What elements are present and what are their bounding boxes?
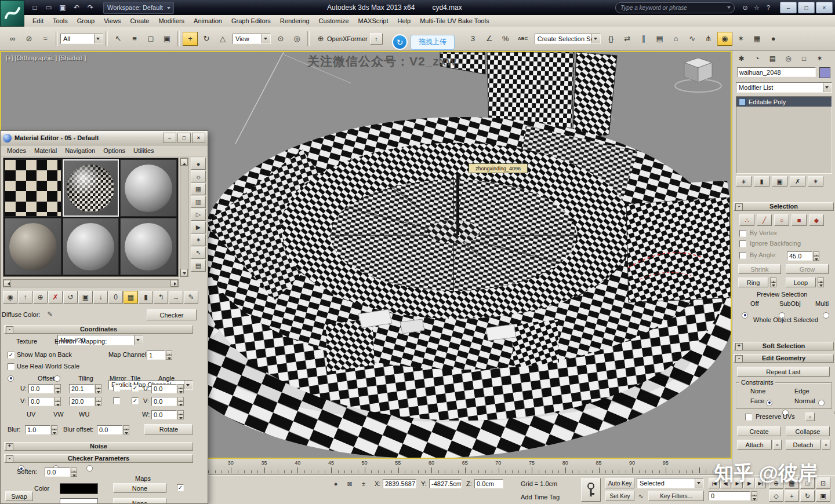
select-and-rotate-icon[interactable]: ↻ [199,32,214,46]
loop-spinner[interactable] [818,277,824,287]
search-input[interactable]: Type a keyword or phrase [615,2,735,13]
show-shaded-in-viewport-icon[interactable]: ▦ [124,291,138,304]
percent-snap-icon[interactable]: % [498,32,513,46]
grow-button[interactable]: Grow [786,264,829,274]
render-setup-icon[interactable]: ✶ [734,32,749,46]
select-object-icon[interactable]: ↖ [111,32,126,46]
material-editor-titlebar[interactable]: Material Editor - 05 - Default –□× [1,131,208,145]
color-dropper-icon[interactable]: ✎ [45,309,55,319]
openxformer-widget[interactable]: ⊕ OpenXFormer ↑ [314,32,383,46]
edit-geometry-rollout-header[interactable]: - Edit Geometry [734,354,834,363]
put-to-library-icon[interactable]: ↓ [93,291,108,304]
texture-radio[interactable] [8,375,14,382]
key-filters-button[interactable]: Key Filters... [648,491,704,501]
sign-in-icon[interactable]: ⊙ [739,2,751,13]
remove-modifier-icon[interactable]: ✗ [790,176,805,187]
open-file-icon[interactable]: ▭ [42,2,55,13]
menu-item[interactable]: Tools [48,17,72,24]
color1-map-button[interactable]: None [113,483,166,493]
bind-to-spacewarp-icon[interactable]: ≈ [38,32,53,46]
selection-rollout-header[interactable]: - Selection [734,202,834,211]
3dsmax-logo-icon[interactable] [0,0,24,27]
configure-modifier-sets-icon[interactable]: ✶ [808,176,823,187]
put-material-to-scene-icon[interactable]: ↑ [18,291,32,304]
menu-item[interactable]: Help [393,17,416,24]
sample-uv-tiling-icon[interactable]: ▥ [191,196,206,208]
swap-button[interactable]: Swap [5,491,33,501]
noise-rollout-header[interactable]: + Noise [4,442,193,451]
modifier-stack[interactable]: Editable Poly [736,96,832,174]
map-channel-field[interactable]: 1 [147,350,172,360]
coordinates-rollout-header[interactable]: - Coordinates [4,325,193,334]
ring-spinner[interactable] [770,277,776,287]
maximize-button[interactable]: □ [798,2,815,13]
constraint-edge-radio[interactable] [818,400,825,406]
v-tiling-field[interactable]: 20.0 [69,397,101,406]
attach-settings-button[interactable]: ▫ [773,440,782,450]
help-icon[interactable]: ? [763,2,774,13]
add-time-tag[interactable]: Add Time Tag [521,494,560,501]
preserve-uvs-settings-button[interactable]: ▫ [805,412,815,421]
align-icon[interactable]: ∥ [636,32,651,46]
blur-field[interactable]: 1.0 [25,425,57,434]
absolute-mode-icon[interactable]: ± [358,479,369,489]
detach-button[interactable]: Detach [786,440,821,450]
rotate-button[interactable]: Rotate [144,424,193,434]
select-and-move-icon[interactable]: + [183,32,198,46]
me-close-button[interactable]: × [192,133,205,143]
me-menu-item[interactable]: Utilities [129,147,158,154]
me-menu-item[interactable]: Navigation [61,147,99,154]
assign-material-to-selection-icon[interactable]: ⊕ [33,291,48,304]
current-frame-field[interactable]: 0 [709,491,757,501]
wu-radio[interactable] [86,465,93,472]
menu-item[interactable]: Animation [189,17,227,24]
edge-subobject-icon[interactable]: ╱ [757,214,772,226]
rollout-collapse-icon[interactable]: - [6,326,13,334]
detach-settings-button[interactable]: ▫ [822,440,830,450]
use-pivot-center-icon[interactable]: ⊙ [273,32,288,46]
menu-item[interactable]: Customize [314,17,354,24]
make-preview-icon[interactable]: ▶ [191,221,206,233]
rollout-expand-icon[interactable]: + [735,343,743,350]
preview-multi-radio[interactable] [823,312,829,319]
go-forward-sibling-icon[interactable]: → [169,291,183,304]
u-mirror-checkbox[interactable] [113,385,120,392]
window-crossing-icon[interactable]: ▣ [159,32,175,46]
unlink-selection-icon[interactable]: ⊘ [21,32,37,46]
v-offset-field[interactable]: 0.0 [28,397,61,406]
pin-stack-icon[interactable]: ∗ [736,176,752,187]
u-angle-field[interactable]: 0.0 [151,384,184,393]
sample-scrollbar-horizontal[interactable] [3,279,179,287]
menu-item[interactable]: Multi-Tile UV Bake Tools [415,17,493,24]
minimize-button[interactable]: – [780,2,797,13]
redo-icon[interactable]: ↷ [84,2,97,13]
hierarchy-tab-icon[interactable]: ▤ [765,52,780,64]
v-mirror-checkbox[interactable] [113,397,120,404]
menu-item[interactable]: Modifiers [154,17,189,24]
menu-item[interactable]: MAXScript [354,17,393,24]
create-tab-icon[interactable]: ✱ [734,52,749,64]
material-slot-1[interactable] [5,159,61,217]
set-keys-button[interactable] [581,478,601,502]
default-tangent-icon[interactable]: ∿ [636,491,646,501]
go-to-parent-icon[interactable]: ↰ [154,291,168,304]
w-angle-field[interactable]: 0.0 [151,410,184,419]
shrink-button[interactable]: Shrink [738,264,781,274]
utilities-tab-icon[interactable]: ✶ [812,52,827,64]
polygon-subobject-icon[interactable]: ■ [792,214,807,226]
sample-scrollbar-vertical[interactable] [180,158,188,277]
zoom-region-icon[interactable]: ⊡ [816,477,830,489]
render-production-icon[interactable]: ● [766,32,781,46]
soften-field[interactable]: 0.0 [45,468,77,477]
modifier-list-dropdown[interactable]: Modifier List [736,82,832,93]
constraint-none-radio[interactable] [766,400,772,406]
use-real-world-scale-checkbox[interactable] [8,363,14,370]
material-editor-icon[interactable]: ◉ [717,32,732,46]
schematic-view-icon[interactable]: ⋔ [701,32,716,46]
color1-swatch[interactable] [60,483,98,494]
graphite-ribbon-icon[interactable]: ⌂ [669,32,684,46]
menu-item[interactable]: Group [72,17,100,24]
macro-recorder-icon[interactable]: ● [331,479,341,489]
save-file-icon[interactable]: ▣ [56,2,69,13]
v-tile-checkbox[interactable] [132,397,139,404]
